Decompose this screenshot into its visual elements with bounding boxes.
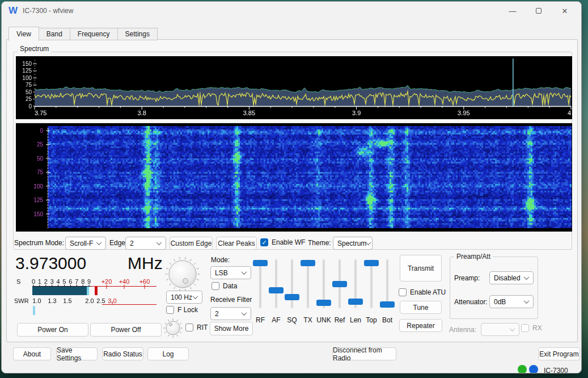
chevron-down-icon: [524, 274, 530, 280]
slider-handle[interactable]: [285, 294, 299, 300]
radio-status-button[interactable]: Radio Status: [102, 347, 143, 360]
enable-atu-checkbox[interactable]: Enable ATU: [399, 288, 446, 296]
slider-track[interactable]: [259, 259, 261, 308]
disconnect-button[interactable]: Disconnect from Radio: [332, 347, 396, 360]
slider-label: TX: [300, 316, 316, 324]
exit-program-button[interactable]: Exit Program: [538, 347, 580, 360]
resize-grip[interactable]: [577, 369, 578, 370]
slider-track[interactable]: [339, 259, 341, 308]
edge-select[interactable]: 2: [125, 237, 166, 250]
checkbox-box: [521, 324, 529, 332]
status-rig-label: IC-7300: [544, 367, 568, 373]
spectrum-scope[interactable]: [16, 56, 572, 119]
enable-wf-label: Enable WF: [272, 238, 305, 246]
slider-track[interactable]: [323, 259, 325, 308]
preamp-att-groupbox: [450, 257, 538, 319]
edge-label: Edge: [109, 239, 125, 247]
chevron-down-icon: [156, 240, 162, 245]
slider-handle[interactable]: [364, 260, 379, 266]
checkbox-box[interactable]: [211, 282, 219, 290]
slider-track[interactable]: [386, 259, 388, 308]
custom-edge-button[interactable]: Custom Edge: [170, 237, 213, 250]
checkbox-box[interactable]: [399, 288, 407, 296]
rx-indicator: [518, 365, 527, 373]
save-settings-button[interactable]: Save Settings: [56, 347, 98, 360]
tab-view[interactable]: View: [9, 27, 39, 41]
maximize-icon: [536, 8, 542, 14]
title-bar[interactable]: W IC-7300 - wfview — ✕: [2, 2, 581, 20]
slider-track[interactable]: [307, 259, 309, 308]
slider-handle[interactable]: [316, 300, 331, 306]
slider-label: Bot: [379, 316, 395, 324]
chevron-down-icon: [510, 326, 515, 331]
chevron-down-icon: [96, 240, 102, 245]
slider-label: Top: [363, 316, 379, 324]
tune-button[interactable]: Tune: [400, 301, 442, 314]
checkbox-box[interactable]: [166, 306, 174, 314]
repeater-button[interactable]: Repeater: [399, 319, 442, 332]
attenuator-select[interactable]: 0dB: [489, 295, 534, 308]
transmit-button[interactable]: Transmit: [400, 255, 442, 282]
preamp-select[interactable]: Disabled: [489, 271, 534, 284]
preamp-label: Preamp:: [454, 274, 480, 282]
log-button[interactable]: Log: [147, 347, 189, 360]
slider-handle[interactable]: [301, 260, 315, 266]
enable-wf-checkbox[interactable]: ✓ Enable WF: [260, 238, 305, 246]
slider-ref[interactable]: Ref: [332, 258, 348, 327]
receive-filter-value: 2: [215, 310, 219, 318]
slider-handle[interactable]: [380, 301, 395, 308]
f-lock-checkbox[interactable]: F Lock: [166, 306, 198, 314]
chevron-down-icon: [524, 298, 530, 304]
slider-len[interactable]: Len: [348, 258, 363, 327]
slider-track[interactable]: [291, 259, 293, 308]
slider-handle[interactable]: [332, 281, 347, 287]
slider-top[interactable]: Top: [363, 258, 379, 327]
slider-handle[interactable]: [253, 260, 268, 266]
waterfall-display[interactable]: [16, 123, 572, 232]
attenuator-value: 0dB: [494, 298, 506, 306]
rx-antenna-checkbox[interactable]: RX: [521, 324, 542, 332]
rit-knob[interactable]: [163, 318, 183, 338]
s-meter: [13, 278, 158, 317]
clear-peaks-button[interactable]: Clear Peaks: [216, 237, 257, 250]
receive-filter-select[interactable]: 2: [210, 307, 251, 320]
checkbox-box[interactable]: [185, 324, 193, 331]
slider-handle[interactable]: [269, 287, 284, 293]
checkbox-box[interactable]: ✓: [260, 238, 268, 246]
slider-unk[interactable]: UNK: [316, 258, 332, 327]
power-on-button[interactable]: Power On: [17, 323, 88, 337]
show-more-button[interactable]: Show More: [210, 322, 253, 335]
slider-label: Ref: [332, 316, 348, 324]
antenna-select[interactable]: [481, 323, 519, 336]
spectrum-mode-label: Spectrum Mode:: [14, 239, 64, 247]
maximize-button[interactable]: [526, 2, 552, 20]
close-button[interactable]: ✕: [552, 2, 578, 20]
tuning-step-select[interactable]: 100 Hz: [166, 291, 202, 304]
slider-bot[interactable]: Bot: [379, 258, 395, 327]
power-off-button[interactable]: Power Off: [90, 323, 162, 337]
about-button[interactable]: About: [13, 347, 51, 360]
rit-checkbox[interactable]: RIT: [185, 324, 208, 331]
spectrum-group-label: Spectrum: [18, 45, 51, 53]
slider-rf[interactable]: RF: [252, 258, 268, 327]
spectrum-mode-value: Scroll-F: [70, 240, 93, 247]
tab-band[interactable]: Band: [39, 28, 70, 40]
slider-tx[interactable]: TX: [300, 258, 316, 327]
knob-indicator-dot: [170, 324, 172, 326]
data-checkbox[interactable]: Data: [211, 282, 237, 290]
spectrum-mode-select[interactable]: Scroll-F: [65, 237, 106, 250]
slider-track[interactable]: [370, 259, 373, 308]
slider-track[interactable]: [275, 259, 277, 308]
tab-settings[interactable]: Settings: [118, 28, 158, 40]
tuning-knob[interactable]: [165, 257, 200, 292]
knob-indicator-dot: [183, 279, 188, 284]
slider-handle[interactable]: [348, 299, 363, 305]
slider-track[interactable]: [354, 259, 357, 308]
slider-sq[interactable]: SQ: [284, 258, 300, 327]
mode-select[interactable]: LSB: [210, 266, 251, 279]
minimize-button[interactable]: —: [500, 2, 526, 20]
tab-frequency[interactable]: Frequency: [70, 28, 118, 40]
slider-af[interactable]: AF: [268, 258, 284, 327]
theme-select[interactable]: Spectrum: [333, 237, 373, 250]
slider-label: UNK: [316, 316, 332, 324]
